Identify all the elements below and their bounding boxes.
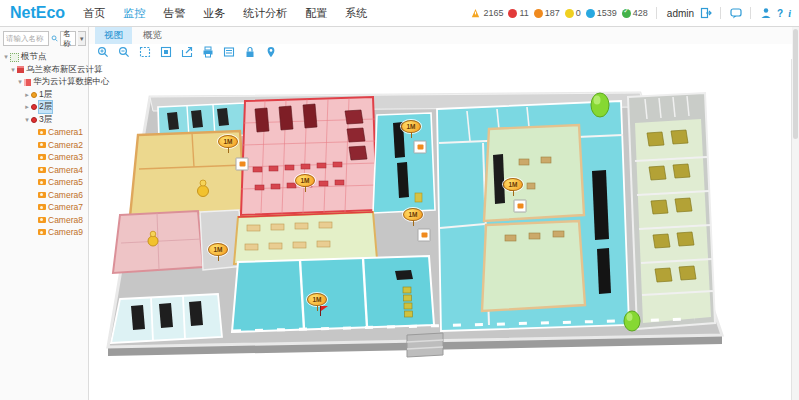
user-icon[interactable]	[759, 7, 772, 20]
camera-marker-balloon[interactable]: 1M	[218, 135, 238, 148]
tree-item-label: 乌兰察布新区云计算	[26, 64, 103, 76]
camera-icon	[38, 192, 46, 198]
floor-plan-3d[interactable]	[95, 58, 795, 388]
neteco-logo: NetEco	[10, 4, 65, 22]
tree-item-camera[interactable]: Camera3	[0, 151, 88, 164]
main-nav: 首页 监控 告警 业务 统计分析 配置 系统	[83, 6, 367, 21]
scrollbar-thumb[interactable]	[793, 29, 798, 139]
expander-icon[interactable]	[23, 91, 31, 99]
search-input[interactable]	[3, 31, 49, 46]
rooms-cyan-bottom	[232, 256, 434, 332]
camera-map-icon[interactable]	[514, 200, 527, 213]
tree-item-label: Camera6	[48, 190, 83, 200]
floor-icon	[31, 92, 37, 98]
camera-icon	[38, 167, 46, 173]
tree-item-camera[interactable]: Camera2	[0, 139, 88, 152]
chevron-down-icon[interactable]: ▼	[78, 31, 86, 46]
filter-select[interactable]: 名称	[60, 31, 76, 46]
view-tabs: 视图 概览	[89, 27, 792, 44]
print-icon[interactable]	[202, 46, 214, 58]
room-office-green-1	[484, 125, 584, 221]
threshold-alarm-badge[interactable]: 2165	[470, 8, 503, 19]
nav-monitor[interactable]: 监控	[123, 6, 145, 21]
room-alarm-red	[241, 97, 377, 215]
warning-alarm-badge[interactable]: 1539	[586, 8, 617, 18]
camera-map-icon[interactable]	[418, 229, 431, 242]
camera-marker-balloon[interactable]: 1M	[403, 208, 423, 221]
help-icon[interactable]: ?	[777, 8, 783, 19]
nav-business[interactable]: 业务	[203, 6, 225, 21]
expander-icon[interactable]	[23, 103, 31, 111]
expander-icon[interactable]	[9, 66, 17, 74]
tree-item-camera[interactable]: Camera7	[0, 201, 88, 214]
tree-item-label: Camera7	[48, 202, 83, 212]
tree-item-camera[interactable]: Camera1	[0, 126, 88, 139]
locate-icon[interactable]	[265, 46, 277, 58]
view-toolbar	[89, 44, 792, 59]
nav-alarm[interactable]: 告警	[163, 6, 185, 21]
badge-count: 0	[576, 8, 581, 18]
expander-icon[interactable]	[16, 78, 24, 86]
cleared-alarm-badge[interactable]: 428	[622, 8, 648, 18]
username: admin	[667, 8, 694, 19]
search-icon[interactable]	[51, 33, 58, 44]
floor-icon	[31, 104, 37, 110]
room-office-green-2	[482, 221, 585, 311]
region-select-icon[interactable]	[139, 46, 151, 58]
tab-view[interactable]: 视图	[95, 27, 132, 44]
cleared-alarm-icon	[622, 9, 631, 18]
nav-config[interactable]: 配置	[305, 6, 327, 21]
tree-plant-top	[591, 93, 609, 117]
top-bar: NetEco 首页 监控 告警 业务 统计分析 配置 系统 2165 11 18…	[0, 0, 799, 27]
tree-item-camera[interactable]: Camera8	[0, 214, 88, 227]
camera-marker-balloon[interactable]: 1M	[208, 243, 228, 256]
camera-marker-balloon[interactable]: 1M	[503, 178, 523, 191]
tree-item-root[interactable]: 根节点	[0, 51, 88, 64]
fit-view-icon[interactable]	[160, 46, 172, 58]
device-tree-panel: 名称 ▼ 根节点 乌兰察布新区云计算 华为云计算数据中心 1层 2层	[0, 27, 89, 400]
logout-icon[interactable]	[699, 7, 712, 20]
info-icon[interactable]: i	[788, 8, 791, 19]
layers-icon[interactable]	[223, 46, 235, 58]
tree-item-datacenter[interactable]: 华为云计算数据中心	[0, 76, 88, 89]
tree-item-camera[interactable]: Camera5	[0, 176, 88, 189]
zoom-in-icon[interactable]	[97, 46, 109, 58]
camera-icon	[38, 217, 46, 223]
zoom-out-icon[interactable]	[118, 46, 130, 58]
nav-home[interactable]: 首页	[83, 6, 105, 21]
tree-item-floor2-selected[interactable]: 2层	[0, 101, 88, 114]
badge-count: 1539	[597, 8, 617, 18]
vertical-scrollbar[interactable]	[791, 27, 799, 400]
nav-system[interactable]: 系统	[345, 6, 367, 21]
camera-marker-balloon[interactable]: 1M	[401, 120, 421, 133]
camera-marker-balloon[interactable]: 1M	[295, 174, 315, 187]
camera-map-icon[interactable]	[414, 141, 427, 154]
tree-item-floor3[interactable]: 3层	[0, 114, 88, 127]
message-icon[interactable]	[729, 7, 742, 20]
expander-icon[interactable]	[23, 116, 31, 124]
datacenter-icon	[24, 79, 31, 86]
camera-marker-balloon[interactable]: 1M	[307, 293, 327, 306]
warning-alarm-icon	[586, 9, 595, 18]
camera-map-icon[interactable]	[236, 158, 249, 171]
tree-item-camera[interactable]: Camera6	[0, 189, 88, 202]
tree-item-camera[interactable]: Camera4	[0, 164, 88, 177]
tree-item-label: 根节点	[21, 51, 47, 63]
nav-statistics[interactable]: 统计分析	[243, 6, 287, 21]
export-icon[interactable]	[181, 46, 193, 58]
alarm-flag-icon[interactable]	[320, 306, 321, 316]
site-icon	[17, 66, 24, 73]
tree-item-floor1[interactable]: 1层	[0, 89, 88, 102]
tree-item-site[interactable]: 乌兰察布新区云计算	[0, 64, 88, 77]
minor-alarm-badge[interactable]: 0	[565, 8, 581, 18]
major-alarm-badge[interactable]: 187	[534, 8, 560, 18]
device-tree: 根节点 乌兰察布新区云计算 华为云计算数据中心 1层 2层 3层	[0, 51, 88, 239]
critical-alarm-badge[interactable]: 11	[508, 8, 528, 18]
lock-icon[interactable]	[244, 46, 256, 58]
tree-item-camera[interactable]: Camera9	[0, 226, 88, 239]
tab-overview[interactable]: 概览	[134, 27, 171, 44]
entrance-stairs	[407, 333, 443, 357]
expander-icon[interactable]	[2, 53, 10, 61]
tree-item-label: Camera9	[48, 227, 83, 237]
threshold-alarm-icon	[470, 8, 481, 19]
